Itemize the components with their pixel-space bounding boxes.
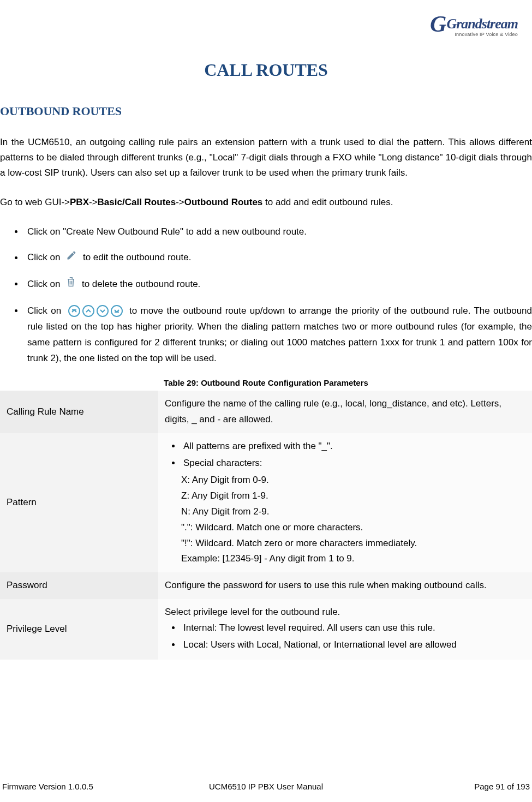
bullet-pre: Click on [27,306,65,316]
move-top-icon [68,305,80,317]
privilege-intro: Select privilege level for the outbound … [165,605,525,620]
table-row: Pattern All patterns are prefixed with t… [0,433,532,572]
param-desc: Configure the password for users to use … [158,572,532,599]
edit-icon [66,250,77,266]
list-item: Click on to move the outbound route up/d… [24,303,532,367]
move-bottom-icon [111,305,123,317]
bullet-post: to delete the outbound route. [82,279,200,289]
nav-sep1: -> [89,197,98,207]
brand-logo: GGrandstream Innovative IP Voice & Video [430,8,518,37]
pattern-line: Z: Any Digit from 1-9. [181,488,525,504]
nav-paragraph: Go to web GUI->PBX->Basic/Call Routes->O… [0,195,532,210]
footer-center: UCM6510 IP PBX User Manual [209,782,323,791]
pattern-note: Special characters: [181,456,525,471]
list-item: Click on to edit the outbound route. [24,250,532,266]
pattern-line: X: Any Digit from 0-9. [181,472,525,488]
nav-outbound: Outbound Routes [184,197,263,207]
table-row: Calling Rule Name Configure the name of … [0,391,532,433]
table-row: Password Configure the password for user… [0,572,532,599]
page-footer: Firmware Version 1.0.0.5 UCM6510 IP PBX … [0,782,532,791]
privilege-item: Local: Users with Local, National, or In… [181,637,525,653]
param-desc: Select privilege level for the outbound … [158,599,532,660]
param-label: Password [0,572,158,599]
reorder-icons [68,305,123,317]
intro-paragraph: In the UCM6510, an outgoing calling rule… [0,135,532,181]
pattern-line: N: Any Digit from 2-9. [181,504,525,520]
param-desc: All patterns are prefixed with the "_". … [158,433,532,572]
footer-left: Firmware Version 1.0.0.5 [2,782,93,791]
params-table: Calling Rule Name Configure the name of … [0,391,532,659]
param-label: Pattern [0,433,158,572]
pattern-note: All patterns are prefixed with the "_". [181,439,525,454]
content-area: CALL ROUTES OUTBOUND ROUTES In the UCM65… [0,11,532,660]
pattern-line: Example: [12345-9] - Any digit from 1 to… [181,551,525,567]
param-label: Privilege Level [0,599,158,660]
section-heading: OUTBOUND ROUTES [0,104,532,118]
pattern-line: ".": Wildcard. Match one or more charact… [181,520,525,536]
bullet-text: Click on "Create New Outbound Rule" to a… [27,226,307,237]
list-item: Click on "Create New Outbound Rule" to a… [24,224,532,240]
privilege-item: Internal: The lowest level required. All… [181,620,525,636]
nav-sep2: -> [176,197,184,207]
nav-post: to add and edit outbound rules. [262,197,393,207]
instruction-list: Click on "Create New Outbound Rule" to a… [0,224,532,366]
logo-text: Grandstream [446,16,518,32]
bullet-pre: Click on [27,279,63,289]
nav-basic: Basic/Call Routes [98,197,176,207]
move-down-icon [97,305,109,317]
page-title: CALL ROUTES [0,60,532,80]
param-desc: Configure the name of the calling rule (… [158,391,532,433]
nav-pbx: PBX [70,197,89,207]
table-caption: Table 29: Outbound Route Configuration P… [0,378,532,387]
move-up-icon [82,305,94,317]
delete-icon [66,276,76,294]
footer-right: Page 91 of 193 [474,782,530,791]
logo-initial: G [430,11,446,37]
page: GGrandstream Innovative IP Voice & Video… [0,0,532,802]
bullet-pre: Click on [27,253,63,263]
param-label: Calling Rule Name [0,391,158,433]
list-item: Click on to delete the outbound route. [24,276,532,294]
bullet-post: to edit the outbound route. [83,253,192,263]
pattern-line: "!": Wildcard. Match zero or more charac… [181,536,525,552]
table-row: Privilege Level Select privilege level f… [0,599,532,660]
nav-pre: Go to web GUI-> [0,197,70,207]
